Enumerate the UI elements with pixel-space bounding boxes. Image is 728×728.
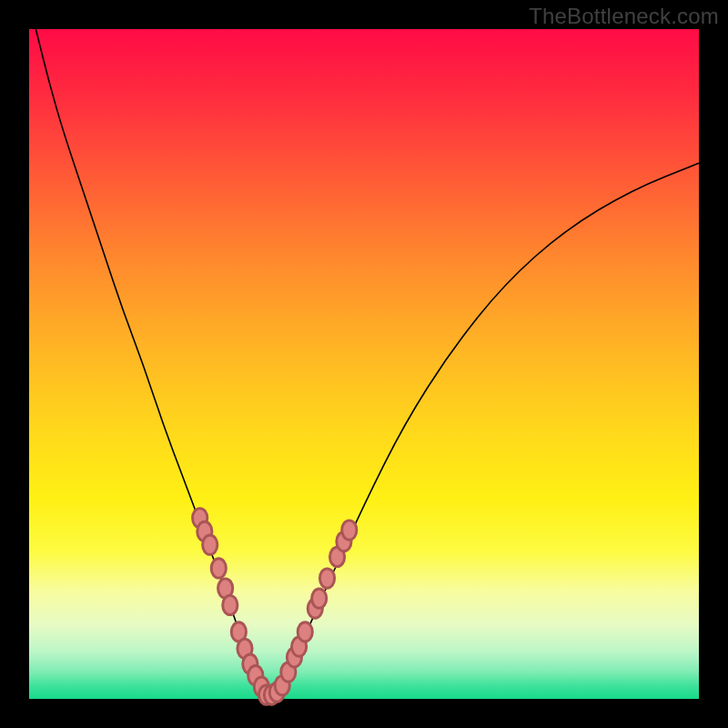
data-markers (193, 509, 357, 705)
chart-svg (29, 29, 699, 699)
data-marker (342, 521, 357, 540)
data-marker (223, 595, 238, 614)
data-marker (312, 589, 327, 608)
data-marker (319, 569, 334, 588)
data-marker (211, 559, 226, 578)
bottleneck-curve (35, 29, 699, 695)
chart-frame: TheBottleneck.com (0, 0, 728, 728)
data-marker (298, 622, 312, 642)
plot-area (29, 29, 699, 699)
watermark-text: TheBottleneck.com (529, 4, 719, 29)
data-marker (203, 535, 217, 554)
